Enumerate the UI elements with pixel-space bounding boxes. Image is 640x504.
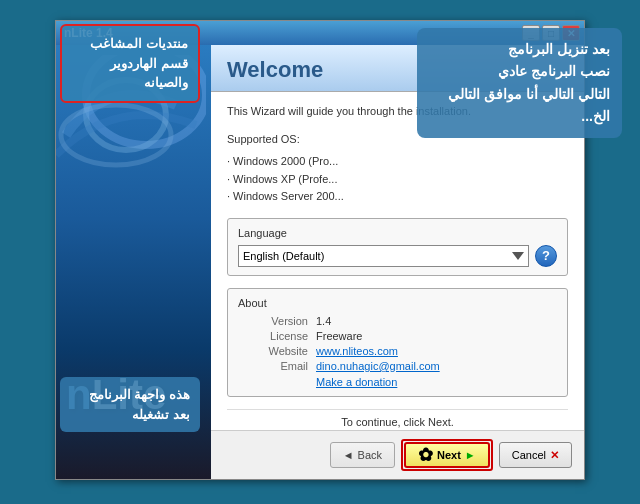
annotation-bottom: هذه واجهة البرنامج بعد تشغيله [60, 377, 200, 432]
supported-os: Supported OS: · Windows 2000 (Pro... · W… [227, 131, 568, 205]
bottom-bar: ◄ Back ✿ Next ► Cancel ✕ [211, 430, 584, 479]
content-area: This Wizard will guide you through the i… [211, 92, 584, 430]
about-email-key: Email [238, 360, 308, 372]
next-arrow-icon: ► [465, 449, 476, 461]
annotation-bot-line2: بعد تشغيله [70, 405, 190, 425]
about-email-row: Email dino.nuhagic@gmail.com [238, 360, 557, 372]
about-website-link[interactable]: www.nliteos.com [316, 345, 398, 357]
annotation-top-line2: قسم الهاردوير والصيانه [72, 54, 188, 93]
about-version-row: Version 1.4 [238, 315, 557, 327]
language-group-label: Language [238, 227, 557, 239]
about-license-val: Freeware [316, 330, 362, 342]
about-license-row: License Freeware [238, 330, 557, 342]
make-donation-link[interactable]: Make a donation [316, 376, 557, 388]
continue-text: To continue, click Next. [227, 409, 568, 430]
next-button[interactable]: ✿ Next ► [404, 442, 490, 468]
about-table: Version 1.4 License Freeware Website www… [238, 315, 557, 372]
about-license-key: License [238, 330, 308, 342]
next-label: Next [437, 449, 461, 461]
annotation-top-line1: منتديات المشاغب [72, 34, 188, 54]
annotation-mid-line1: بعد تنزيل البرنامج [429, 38, 610, 60]
about-website-row: Website www.nliteos.com [238, 345, 557, 357]
back-button[interactable]: ◄ Back [330, 442, 395, 468]
back-arrow-icon: ◄ [343, 449, 354, 461]
annotation-mid-line4: الخ... [429, 105, 610, 127]
annotation-middle: بعد تنزيل البرنامج نصب البرنامج عادي الت… [417, 28, 622, 138]
annotation-top: منتديات المشاغب قسم الهاردوير والصيانه [60, 24, 200, 103]
help-button[interactable]: ? [535, 245, 557, 267]
language-row: English (Default) ? [238, 245, 557, 267]
annotation-bot-line1: هذه واجهة البرنامج [70, 385, 190, 405]
about-group: About Version 1.4 License Freeware [227, 288, 568, 397]
about-version-key: Version [238, 315, 308, 327]
annotation-mid-line2: نصب البرنامج عادي [429, 60, 610, 82]
os-item-1: · Windows 2000 (Pro... [227, 153, 568, 171]
cancel-label: Cancel [512, 449, 546, 461]
about-website-key: Website [238, 345, 308, 357]
back-label: Back [358, 449, 382, 461]
about-group-label: About [238, 297, 557, 309]
about-version-val: 1.4 [316, 315, 331, 327]
language-group: Language English (Default) ? [227, 218, 568, 276]
desktop: nLite 1.4 _ □ ✕ nLite [0, 0, 640, 504]
about-email-link[interactable]: dino.nuhagic@gmail.com [316, 360, 440, 372]
language-select[interactable]: English (Default) [238, 245, 529, 267]
cancel-x-icon: ✕ [550, 449, 559, 462]
os-item-2: · Windows XP (Profe... [227, 171, 568, 189]
next-button-wrapper: ✿ Next ► [401, 439, 493, 471]
sun-icon: ✿ [418, 444, 433, 466]
annotation-mid-line3: التالي التالي أنا موافق التالي [429, 83, 610, 105]
os-item-3: · Windows Server 200... [227, 188, 568, 206]
cancel-button[interactable]: Cancel ✕ [499, 442, 572, 468]
